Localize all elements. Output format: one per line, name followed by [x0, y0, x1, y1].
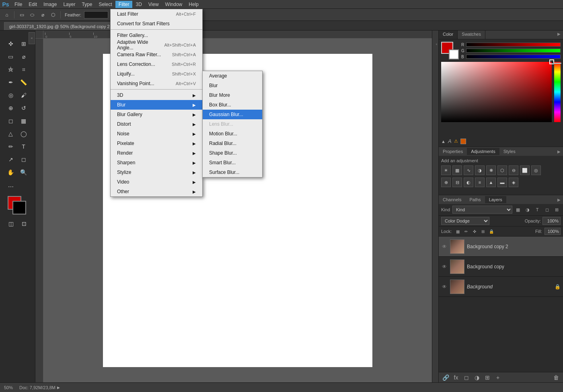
tab-channels[interactable]: Channels — [439, 196, 465, 203]
adj-colorlookup-icon[interactable]: ⊟ — [452, 178, 462, 187]
fm-blur[interactable]: Blur ▶ — [111, 100, 202, 110]
menu-type[interactable]: Type — [78, 1, 95, 8]
adj-vibrance-icon[interactable]: ❋ — [486, 165, 496, 175]
lasso-tool[interactable]: ⌀ — [18, 51, 30, 63]
tab-paths[interactable]: Paths — [465, 196, 485, 203]
home-btn[interactable]: ⌂ — [2, 10, 11, 19]
eraser-tool[interactable]: ◻ — [5, 115, 17, 127]
fm-adaptive-wide[interactable]: Adaptive Wide Angle... Alt+Shift+Ctrl+A — [111, 40, 202, 50]
menu-file[interactable]: File — [11, 1, 25, 8]
layers-filter-shape-btn[interactable]: ◻ — [543, 206, 551, 214]
tab-adjustments[interactable]: Adjustments — [467, 148, 499, 155]
crop-tool[interactable]: ⌗ — [18, 63, 30, 76]
panel-options-btn[interactable]: ▶ — [555, 31, 563, 39]
bm-smart-blur[interactable]: Smart Blur... — [203, 158, 262, 167]
layers-fx-btn[interactable]: fx — [452, 373, 460, 382]
tools-collapse-btn[interactable]: « — [29, 32, 35, 44]
color-b-slider[interactable] — [466, 55, 561, 59]
shape-lasso-btn[interactable]: ⌀ — [38, 10, 47, 19]
opacity-input[interactable] — [542, 217, 561, 225]
artboard-tool[interactable]: ⊞ — [18, 38, 30, 50]
layers-filter-adj-btn[interactable]: ◑ — [524, 206, 532, 214]
fm-pixelate[interactable]: Pixelate ▶ — [111, 139, 202, 148]
fm-other[interactable]: Other ▶ — [111, 187, 202, 196]
layers-filter-type-btn[interactable]: T — [533, 206, 541, 214]
pen-tool[interactable]: ✏ — [5, 141, 17, 153]
fm-liquify[interactable]: Liquify... Shift+Ctrl+X — [111, 69, 202, 79]
quick-select-tool[interactable]: ⛤ — [5, 63, 17, 76]
layers-mask-btn[interactable]: ◻ — [462, 373, 471, 382]
eyedropper-tool[interactable]: ✒ — [5, 76, 17, 88]
ruler-tool[interactable]: 📏 — [18, 76, 30, 88]
fm-render[interactable]: Render ▶ — [111, 148, 202, 158]
tab-styles[interactable]: Styles — [499, 148, 520, 155]
adj-invert-icon[interactable]: ◐ — [464, 178, 473, 187]
layers-new-btn[interactable]: + — [493, 373, 502, 382]
fm-distort[interactable]: Distort ▶ — [111, 119, 202, 129]
layers-group-btn[interactable]: ⊞ — [483, 373, 492, 382]
color-gradient-picker[interactable] — [441, 62, 552, 122]
lock-transparent-btn[interactable]: ▦ — [454, 228, 461, 235]
layer-item-bg-copy-2[interactable]: 👁 Background copy 2 — [439, 237, 563, 257]
tab-properties[interactable]: Properties — [439, 148, 467, 155]
blur-tool[interactable]: △ — [5, 128, 17, 140]
color-hue-strip[interactable] — [554, 62, 561, 122]
layers-link-btn[interactable]: 🔗 — [441, 373, 450, 382]
layers-kind-select[interactable]: Kind — [452, 206, 512, 214]
bm-box-blur[interactable]: Box Blur... — [203, 100, 262, 110]
gradient-tool[interactable]: ▦ — [18, 115, 30, 127]
adj-gradientmap-icon[interactable]: ▬ — [497, 178, 507, 187]
color-background-box[interactable] — [449, 49, 459, 59]
menu-window[interactable]: Window — [162, 1, 186, 8]
adj-bw-icon[interactable]: ⬜ — [520, 165, 530, 175]
adj-exposure-icon[interactable]: ◑ — [475, 165, 485, 175]
right-panel-toggle[interactable]: » — [433, 32, 438, 56]
fm-noise[interactable]: Noise ▶ — [111, 129, 202, 139]
menu-help[interactable]: Help — [185, 1, 202, 8]
fill-input[interactable] — [545, 228, 561, 235]
adj-brightness-icon[interactable]: ☀ — [441, 165, 451, 175]
move-tool[interactable]: ✜ — [5, 38, 17, 50]
bm-surface-blur[interactable]: Surface Blur... — [203, 167, 262, 177]
tab-swatches[interactable]: Swatches — [458, 31, 485, 39]
extra-tool-1[interactable]: ⋯ — [5, 181, 17, 193]
adj-options-btn[interactable]: ▶ — [555, 148, 563, 155]
lock-position-btn[interactable]: ✜ — [471, 228, 478, 235]
adj-photofilter-icon[interactable]: ◎ — [531, 165, 541, 175]
brush-tool[interactable]: 🖌 — [18, 89, 30, 101]
fm-3d[interactable]: 3D ▶ — [111, 90, 202, 100]
fm-lens-correction[interactable]: Lens Correction... Shift+Ctrl+R — [111, 59, 202, 69]
layer-item-bg-copy[interactable]: 👁 Background copy — [439, 257, 563, 277]
color-r-slider[interactable] — [466, 43, 561, 47]
shape-tool[interactable]: ◻ — [18, 153, 30, 165]
menu-3d[interactable]: 3D — [132, 1, 145, 8]
adj-hsl-icon[interactable]: ⬡ — [497, 165, 507, 175]
clone-stamp-tool[interactable]: ⊕ — [5, 102, 17, 114]
adj-posterize-icon[interactable]: ≡ — [475, 178, 485, 187]
fm-blur-gallery[interactable]: Blur Gallery ▶ — [111, 110, 202, 119]
background-color[interactable] — [12, 201, 26, 214]
layers-filter-smart-btn[interactable]: ⊞ — [553, 206, 561, 214]
zoom-tool[interactable]: 🔍 — [18, 166, 30, 178]
lock-pixels-btn[interactable]: ✏ — [462, 228, 470, 235]
menu-view[interactable]: View — [145, 1, 162, 8]
spot-heal-tool[interactable]: ◎ — [5, 89, 17, 101]
fm-camera-raw[interactable]: Camera Raw Filter... Shift+Ctrl+A — [111, 50, 202, 59]
menu-filter[interactable]: Filter — [115, 1, 133, 8]
menu-layer[interactable]: Layer — [60, 1, 78, 8]
bm-shape-blur[interactable]: Shape Blur... — [203, 148, 262, 158]
bm-average[interactable]: Average — [203, 71, 262, 81]
screen-mode-btn[interactable]: ⊡ — [18, 218, 30, 230]
lock-all-btn[interactable]: 🔒 — [488, 228, 495, 235]
color-warning-swatch[interactable] — [460, 139, 466, 144]
layer-visibility-bg-copy[interactable]: 👁 — [441, 263, 448, 270]
adj-curves-icon[interactable]: ∿ — [464, 165, 473, 175]
menu-edit[interactable]: Edit — [25, 1, 40, 8]
hand-tool[interactable]: ✋ — [5, 166, 17, 178]
adj-selectivecolor-icon[interactable]: ◈ — [509, 178, 518, 187]
bm-blur[interactable]: Blur — [203, 81, 262, 90]
fm-stylize[interactable]: Stylize ▶ — [111, 167, 202, 177]
path-select-tool[interactable]: ↗ — [5, 153, 17, 165]
fm-filter-gallery[interactable]: Filter Gallery... — [111, 31, 202, 40]
fm-video[interactable]: Video ▶ — [111, 177, 202, 187]
